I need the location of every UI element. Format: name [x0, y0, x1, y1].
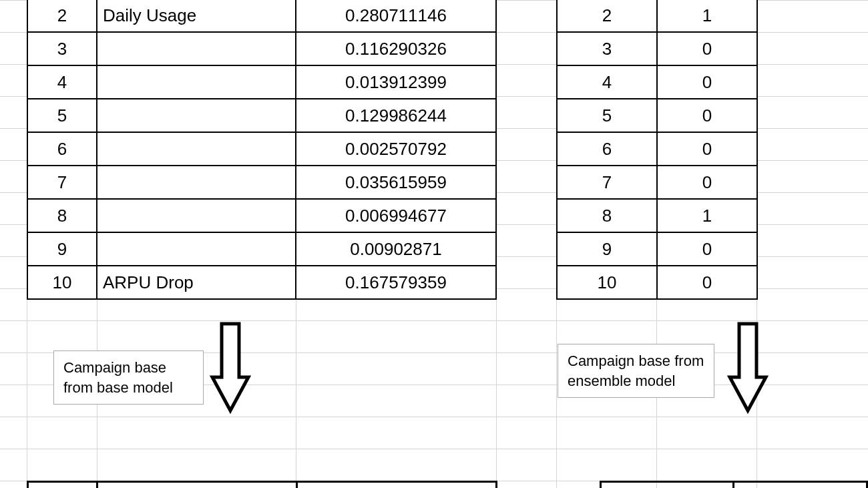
row-index: 6 [27, 132, 97, 166]
row-label [97, 132, 296, 166]
row-index: 9 [27, 232, 97, 266]
row-label: Daily Usage [97, 0, 296, 32]
row-index: 8 [557, 199, 657, 232]
table-row: 30 [557, 32, 757, 65]
row-flag: 0 [657, 266, 757, 299]
row-flag: 0 [657, 65, 757, 99]
row-label [97, 232, 296, 266]
row-index: 7 [557, 166, 657, 199]
bottom-border-left-v4 [495, 481, 497, 488]
row-index: 9 [557, 232, 657, 266]
bottom-border-right-v1 [600, 481, 602, 488]
table-row: 81 [557, 199, 757, 232]
row-index: 6 [557, 132, 657, 166]
row-flag: 0 [657, 166, 757, 199]
table-row: 30.116290326 [27, 32, 496, 65]
table-row: 60.002570792 [27, 132, 496, 166]
row-flag: 0 [657, 99, 757, 132]
row-index: 2 [27, 0, 97, 32]
table-row: 50.129986244 [27, 99, 496, 132]
note-left: Campaign base from base model [53, 350, 204, 405]
note-right-text: Campaign base from ensemble model [568, 352, 704, 389]
table-row: 90 [557, 232, 757, 266]
table-row: 70.035615959 [27, 166, 496, 199]
row-label [97, 166, 296, 199]
row-value: 0.280711146 [296, 0, 496, 32]
row-index: 7 [27, 166, 97, 199]
row-value: 0.035615959 [296, 166, 496, 199]
table-row: 10ARPU Drop0.167579359 [27, 266, 496, 299]
table-row: 100 [557, 266, 757, 299]
note-right: Campaign base from ensemble model [558, 344, 714, 398]
table-row: 40 [557, 65, 757, 99]
bottom-border-left-v1 [27, 481, 29, 488]
table-row: 21 [557, 0, 757, 32]
row-value: 0.013912399 [296, 65, 496, 99]
arrow-down-icon [207, 320, 254, 414]
table-row: 70 [557, 166, 757, 199]
row-value: 0.116290326 [296, 32, 496, 65]
table-row: 90.00902871 [27, 232, 496, 266]
right-table: 21 30 40 50 60 70 81 90 100 [556, 0, 758, 300]
bottom-border-left-v3 [296, 481, 298, 488]
note-left-text: Campaign base from base model [63, 359, 173, 396]
row-index: 4 [27, 65, 97, 99]
row-index: 2 [557, 0, 657, 32]
row-label [97, 32, 296, 65]
row-flag: 1 [657, 199, 757, 232]
row-flag: 0 [657, 232, 757, 266]
row-index: 3 [557, 32, 657, 65]
arrow-down-icon [724, 320, 771, 414]
row-flag: 1 [657, 0, 757, 32]
table-row: 2Daily Usage0.280711146 [27, 0, 496, 32]
table-row: 50 [557, 99, 757, 132]
row-index: 4 [557, 65, 657, 99]
row-value: 0.002570792 [296, 132, 496, 166]
row-flag: 0 [657, 132, 757, 166]
row-value: 0.00902871 [296, 232, 496, 266]
row-index: 10 [27, 266, 97, 299]
row-label [97, 65, 296, 99]
row-value: 0.129986244 [296, 99, 496, 132]
row-index: 5 [27, 99, 97, 132]
row-value: 0.006994677 [296, 199, 496, 232]
row-label: ARPU Drop [97, 266, 296, 299]
row-value: 0.167579359 [296, 266, 496, 299]
row-index: 5 [557, 99, 657, 132]
row-flag: 0 [657, 32, 757, 65]
table-row: 40.013912399 [27, 65, 496, 99]
row-index: 3 [27, 32, 97, 65]
bottom-border-left-v2 [96, 481, 98, 488]
row-label [97, 99, 296, 132]
table-row: 60 [557, 132, 757, 166]
row-index: 8 [27, 199, 97, 232]
row-label [97, 199, 296, 232]
left-table: 2Daily Usage0.280711146 30.116290326 40.… [27, 0, 497, 300]
bottom-border-right-v2 [732, 481, 734, 488]
row-index: 10 [557, 266, 657, 299]
table-row: 80.006994677 [27, 199, 496, 232]
